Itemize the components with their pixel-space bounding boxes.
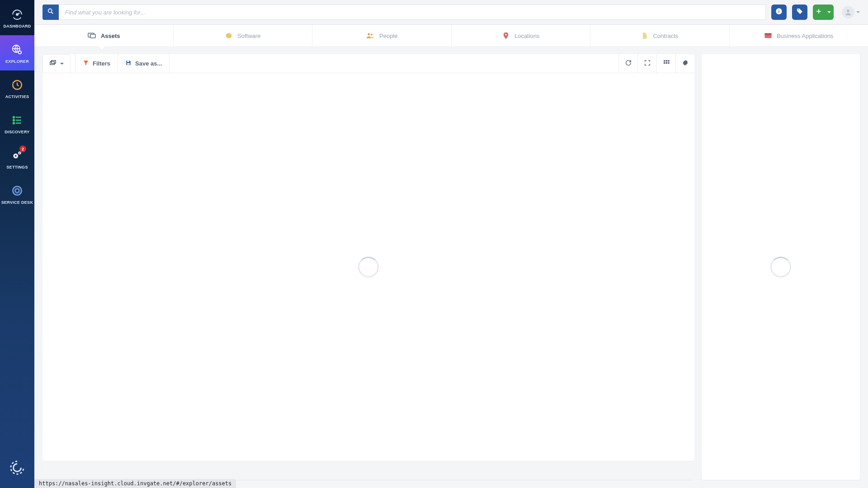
fullscreen-button[interactable] [637, 54, 656, 73]
loading-spinner-icon [358, 257, 379, 277]
svg-point-21 [798, 9, 799, 10]
lifebuoy-icon [11, 185, 23, 197]
sidenav-label: EXPLORER [5, 59, 29, 64]
globe-gear-icon [11, 44, 23, 56]
svg-rect-38 [668, 60, 669, 61]
svg-rect-36 [664, 60, 665, 61]
sidenav-activities[interactable]: ACTIVITIES [0, 70, 34, 106]
sidenav-discovery[interactable]: DISCOVERY [0, 106, 34, 141]
details-panel [702, 54, 860, 480]
tab-assets[interactable]: Assets [34, 25, 174, 47]
svg-rect-31 [764, 33, 771, 35]
document-icon [641, 32, 648, 40]
sidenav-label: DISCOVERY [5, 130, 29, 134]
svg-rect-37 [665, 60, 667, 61]
funnel-icon [83, 60, 89, 67]
workspace: Filters Save as... [34, 47, 868, 488]
svg-line-17 [52, 12, 53, 14]
sidenav-label: SERVICE DESK [1, 200, 33, 205]
tags-button[interactable] [792, 5, 807, 20]
history-icon [11, 79, 23, 91]
results-footer [42, 461, 694, 480]
tab-locations[interactable]: Locations [452, 25, 591, 47]
search-icon [47, 8, 54, 17]
tab-label: Assets [101, 33, 120, 39]
svg-point-11 [15, 155, 16, 156]
refresh-icon [625, 59, 632, 68]
sidenav-dashboard[interactable]: DASHBOARD [0, 0, 34, 35]
tab-label: Business Applications [777, 33, 834, 39]
svg-point-15 [15, 189, 19, 192]
side-nav: DASHBOARD EXPLORER ACTIVITIES [0, 0, 34, 488]
svg-point-16 [48, 9, 52, 13]
results-panel: Filters Save as... [42, 54, 694, 480]
status-url: https://nasales-insight.cloud.invgate.ne… [34, 479, 236, 488]
category-tabs: Assets Software People Locations [34, 25, 868, 47]
notifications-button[interactable] [771, 5, 787, 20]
svg-rect-20 [778, 9, 779, 10]
app-window-icon [764, 33, 772, 39]
results-toolbar: Filters Save as... [42, 54, 694, 73]
tab-label: People [379, 33, 397, 39]
location-icon [502, 32, 510, 40]
details-body [702, 54, 860, 480]
expand-icon [644, 59, 651, 68]
filters-button[interactable]: Filters [75, 54, 118, 73]
main-area: Assets Software People Locations [34, 0, 868, 488]
sidenav-explorer[interactable]: EXPLORER [0, 35, 34, 70]
chevron-down-icon [60, 63, 64, 65]
user-menu[interactable] [842, 6, 860, 19]
svg-point-4 [13, 117, 14, 118]
view-preset-dropdown[interactable] [42, 54, 71, 73]
sidenav-settings[interactable]: 2 SETTINGS [0, 141, 34, 176]
settings-badge: 2 [19, 145, 26, 152]
svg-rect-35 [127, 63, 130, 65]
add-button[interactable] [813, 5, 834, 20]
brand-logo [0, 447, 34, 488]
search-wrap [42, 5, 766, 20]
loading-spinner-icon [770, 257, 791, 277]
svg-point-2 [19, 51, 22, 54]
box-icon [225, 32, 233, 39]
save-icon [125, 60, 132, 67]
svg-rect-39 [664, 62, 665, 63]
sidenav-label: SETTINGS [6, 165, 28, 169]
svg-rect-41 [668, 62, 669, 63]
svg-rect-19 [778, 11, 779, 13]
svg-point-8 [13, 122, 14, 124]
tab-label: Contracts [653, 33, 678, 39]
avatar-icon [842, 6, 854, 19]
settings-button[interactable] [675, 54, 694, 73]
gear-icon [682, 59, 689, 68]
search-input[interactable] [59, 5, 766, 20]
save-as-button[interactable]: Save as... [118, 54, 170, 73]
svg-point-28 [371, 34, 373, 36]
search-button[interactable] [42, 5, 59, 20]
refresh-button[interactable] [618, 54, 637, 73]
gauge-icon [11, 9, 23, 20]
tab-contracts[interactable]: Contracts [590, 25, 730, 47]
grid-view-button[interactable] [656, 54, 675, 73]
svg-point-0 [16, 14, 18, 15]
tab-software[interactable]: Software [174, 25, 313, 47]
windows-stack-icon [49, 60, 57, 68]
monitor-icon [87, 32, 96, 39]
top-bar [34, 0, 868, 25]
svg-point-27 [368, 33, 370, 35]
grid-icon [663, 59, 670, 68]
tab-business-applications[interactable]: Business Applications [730, 25, 868, 47]
filters-label: Filters [93, 60, 110, 67]
sidenav-label: ACTIVITIES [5, 94, 29, 99]
toolbar-left-group: Filters Save as... [75, 54, 170, 73]
svg-point-13 [19, 153, 20, 154]
tag-icon [796, 8, 803, 17]
tab-label: Software [237, 33, 260, 39]
chevron-down-icon [856, 11, 860, 13]
results-body [42, 73, 694, 461]
topbar-actions [771, 5, 860, 20]
svg-point-29 [505, 34, 507, 36]
svg-rect-32 [50, 61, 54, 65]
save-as-label: Save as... [135, 60, 162, 67]
tab-people[interactable]: People [312, 25, 452, 47]
sidenav-service-desk[interactable]: SERVICE DESK [0, 176, 34, 211]
